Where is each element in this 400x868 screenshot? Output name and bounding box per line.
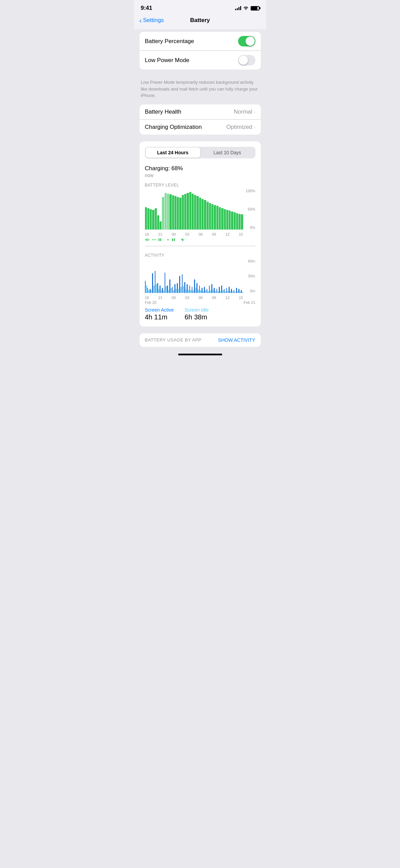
battery-bar-wrap — [184, 189, 186, 230]
health-settings-group: Battery Health Normal › Charging Optimiz… — [140, 104, 261, 135]
activity-bar-dark — [184, 282, 185, 293]
grid-0: 0% — [245, 225, 255, 230]
segment-last-24h[interactable]: Last 24 Hours — [146, 147, 200, 158]
activity-bar-light — [198, 290, 199, 293]
activity-bar-light — [223, 290, 224, 293]
svg-point-5 — [153, 239, 154, 240]
activity-bar-light — [200, 290, 201, 293]
battery-bar — [202, 199, 204, 230]
svg-point-9 — [167, 239, 169, 240]
activity-bar-group — [234, 259, 236, 293]
activity-bar-group — [236, 259, 238, 293]
x-label: 18 — [145, 232, 149, 236]
act-x-label: 03 — [185, 296, 189, 300]
screen-active-value: 4h 11m — [145, 313, 174, 321]
battery-bar — [216, 206, 218, 230]
battery-bar — [169, 194, 171, 229]
activity-bar-group — [189, 259, 191, 293]
time-segment-control[interactable]: Last 24 Hours Last 10 Days — [145, 147, 255, 158]
activity-bar-dark — [241, 290, 242, 293]
battery-bar-wrap — [162, 189, 164, 230]
battery-bar — [160, 221, 162, 230]
battery-bar-wrap — [187, 189, 189, 230]
show-activity-button[interactable]: SHOW ACTIVITY — [218, 337, 255, 343]
battery-bar — [238, 214, 240, 230]
activity-bar-dark — [177, 283, 178, 293]
activity-bar-light — [178, 289, 179, 293]
act-x-label: 09 — [212, 296, 216, 300]
chevron-right-icon-2: › — [254, 124, 255, 130]
activity-bar-group — [226, 259, 228, 293]
battery-percentage-toggle[interactable] — [238, 36, 255, 46]
activity-bar-dark — [224, 289, 225, 293]
battery-bar — [196, 196, 198, 229]
activity-bar-light — [242, 292, 243, 293]
battery-bar — [155, 208, 157, 229]
activity-bar-dark — [155, 271, 156, 293]
chart-grid-labels: 100% 50% 0% — [245, 189, 255, 230]
battery-usage-label: BATTERY USAGE BY APP — [145, 337, 202, 342]
battery-percentage-row[interactable]: Battery Percentage — [140, 32, 261, 51]
activity-bar-light — [168, 290, 169, 293]
battery-bar — [174, 196, 176, 229]
segment-last-10d[interactable]: Last 10 Days — [200, 147, 255, 158]
activity-bar-dark — [199, 285, 200, 293]
wifi-icon — [243, 5, 249, 11]
activity-bar-light — [193, 290, 194, 293]
activity-bar-group — [162, 259, 164, 293]
activity-bar-light — [205, 290, 206, 293]
activity-bar-light — [186, 289, 187, 293]
act-x-label: 00 — [172, 296, 176, 300]
battery-bar — [182, 195, 184, 230]
activity-bar-dark — [150, 289, 151, 293]
activity-bar-light — [151, 290, 152, 293]
date-labels: Feb 20 Feb 21 — [145, 300, 255, 304]
activity-bar-dark — [165, 273, 166, 293]
battery-bar — [214, 205, 216, 230]
back-button[interactable]: ‹ Settings — [140, 17, 164, 24]
charging-icons-row — [140, 236, 261, 243]
battery-bar — [150, 209, 152, 230]
activity-bar-group — [231, 259, 233, 293]
activity-bar-group — [167, 259, 169, 293]
activity-bar-dark — [219, 287, 220, 293]
activity-bar-light — [195, 288, 196, 293]
charging-status: Charging: 68% now — [140, 164, 261, 179]
battery-bar — [167, 194, 169, 230]
activity-bar-light — [225, 291, 226, 293]
battery-bar — [226, 210, 228, 230]
activity-bar-group — [221, 259, 223, 293]
battery-bar-wrap — [174, 189, 176, 230]
battery-bar-wrap — [238, 189, 240, 230]
activity-bar-dark — [234, 290, 235, 293]
battery-health-row[interactable]: Battery Health Normal › — [140, 104, 261, 119]
battery-bar-wrap — [150, 189, 152, 230]
activity-bar-group — [192, 259, 194, 293]
activity-bar-dark — [226, 288, 227, 293]
activity-bar-group — [177, 259, 179, 293]
activity-bar-group — [204, 259, 206, 293]
activity-bar-group — [241, 259, 243, 293]
battery-chart: 100% 50% 0% 1821000306091215 — [145, 189, 255, 236]
battery-bar-wrap — [177, 189, 179, 230]
activity-bar-group — [184, 259, 186, 293]
low-power-mode-row[interactable]: Low Power Mode — [140, 51, 261, 70]
activity-bars-area — [145, 259, 243, 293]
battery-bar-wrap — [226, 189, 228, 230]
stats-row: Screen Active 4h 11m Screen Idle 6h 38m — [140, 304, 261, 321]
charging-optimization-row[interactable]: Charging Optimization Optimized › — [140, 119, 261, 135]
battery-bar-wrap — [221, 189, 223, 230]
activity-bar-dark — [231, 289, 232, 293]
battery-bar — [204, 200, 206, 229]
battery-bar — [234, 212, 236, 229]
battery-x-axis: 1821000306091215 — [145, 232, 243, 236]
activity-bar-light — [159, 289, 160, 293]
low-power-mode-toggle[interactable] — [238, 55, 255, 65]
home-indicator[interactable] — [178, 354, 222, 355]
activity-bar-group — [169, 259, 171, 293]
activity-bar-group — [147, 259, 149, 293]
page-title: Battery — [190, 17, 210, 24]
battery-bar-wrap — [169, 189, 171, 230]
battery-bar-wrap — [204, 189, 206, 230]
toggle-settings-group: Battery Percentage Low Power Mode — [140, 32, 261, 70]
